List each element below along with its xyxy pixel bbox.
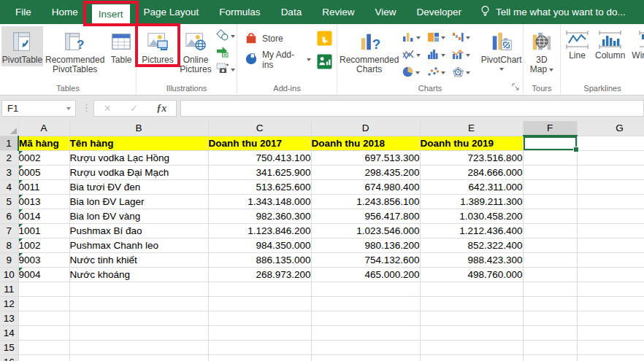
cell-G13[interactable] (577, 311, 644, 325)
cell-C8[interactable]: 984.350.000 (208, 238, 311, 252)
tab-page-layout[interactable]: Page Layout (137, 0, 206, 24)
cell-C3[interactable]: 341.625.900 (208, 165, 311, 179)
column-header-C[interactable]: C (208, 121, 311, 136)
cell-D1[interactable]: Doanh thu 2018 (311, 136, 420, 150)
cell-E5[interactable]: 1.389.211.300 (420, 194, 523, 209)
cell-D14[interactable] (311, 325, 420, 340)
pivottable-button[interactable]: PivotTable (1, 26, 43, 66)
row-header-15[interactable]: 15 (0, 340, 18, 354)
row-header-2[interactable]: 2 (0, 150, 18, 165)
cell-E7[interactable]: 1.212.436.400 (420, 223, 523, 238)
people-graph-addin-icon[interactable] (317, 54, 332, 72)
insert-function-button[interactable]: ƒx (156, 103, 166, 114)
cell-E11[interactable] (420, 282, 523, 296)
cell-B3[interactable]: Rượu vodka Đại Mạch (69, 165, 208, 179)
cell-F3[interactable] (523, 165, 577, 179)
my-addins-button[interactable]: My Add-ins (245, 52, 311, 68)
tab-insert[interactable]: Insert (92, 4, 130, 24)
cell-F2[interactable] (523, 150, 577, 165)
cell-C5[interactable]: 1.343.148.000 (208, 194, 311, 209)
cell-G11[interactable] (577, 282, 644, 296)
cell-F16[interactable] (523, 354, 577, 361)
smartart-button[interactable] (216, 47, 235, 60)
cell-A4[interactable]: 0011 (18, 179, 69, 194)
cell-A15[interactable] (18, 340, 69, 354)
pivotchart-button[interactable]: PivotChart (480, 26, 523, 72)
column-header-G[interactable]: G (577, 121, 644, 136)
cell-E14[interactable] (420, 325, 523, 340)
cell-G14[interactable] (577, 325, 644, 340)
cell-F10[interactable] (523, 267, 577, 282)
cell-F8[interactable] (523, 238, 577, 252)
cell-A6[interactable]: 0014 (18, 209, 69, 223)
cell-F6[interactable] (523, 209, 577, 223)
cell-F15[interactable] (523, 340, 577, 354)
cell-B10[interactable]: Nước khoáng (69, 267, 208, 282)
cell-B15[interactable] (69, 340, 208, 354)
cell-B12[interactable] (69, 296, 208, 311)
column-header-F[interactable]: F (523, 121, 577, 136)
formula-bar-grip[interactable]: ⋮ (82, 102, 91, 113)
tab-review[interactable]: Review (315, 0, 361, 24)
cell-B5[interactable]: Bia lon ĐV Lager (69, 194, 208, 209)
recommended-pivottables-button[interactable]: ? Recommended PivotTables (43, 26, 107, 76)
tab-data[interactable]: Data (275, 0, 309, 24)
insert-combo-chart-button[interactable] (451, 47, 475, 64)
cell-C7[interactable]: 1.123.846.200 (208, 223, 311, 238)
row-header-7[interactable]: 7 (0, 223, 18, 238)
cell-C4[interactable]: 513.625.600 (208, 179, 311, 194)
row-header-14[interactable]: 14 (0, 325, 18, 340)
row-header-9[interactable]: 9 (0, 252, 18, 267)
table-button[interactable]: Table (107, 26, 136, 66)
online-pictures-button[interactable]: Online Pictures (177, 26, 214, 76)
cell-E13[interactable] (420, 311, 523, 325)
cell-D15[interactable] (311, 340, 420, 354)
cell-F9[interactable] (523, 252, 577, 267)
cell-F1[interactable] (523, 136, 577, 150)
row-header-11[interactable]: 11 (0, 282, 18, 296)
tab-file[interactable]: File (9, 0, 38, 24)
cell-A2[interactable]: 0002 (18, 150, 69, 165)
cell-F7[interactable] (523, 223, 577, 238)
cell-E3[interactable]: 284.666.000 (420, 165, 523, 179)
cell-E9[interactable]: 988.423.300 (420, 252, 523, 267)
tab-developer[interactable]: Developer (410, 0, 468, 24)
cell-A12[interactable] (18, 296, 69, 311)
cell-G5[interactable] (577, 194, 644, 209)
row-header-6[interactable]: 6 (0, 209, 18, 223)
cell-D16[interactable] (311, 354, 420, 361)
tab-home[interactable]: Home (45, 0, 85, 24)
cell-B11[interactable] (69, 282, 208, 296)
cell-D10[interactable]: 465.000.200 (311, 267, 420, 282)
enter-button[interactable]: ✓ (130, 103, 138, 114)
cell-F14[interactable] (523, 325, 577, 340)
row-header-10[interactable]: 10 (0, 267, 18, 282)
cell-B14[interactable] (69, 325, 208, 340)
cell-B13[interactable] (69, 311, 208, 325)
cell-A3[interactable]: 0005 (18, 165, 69, 179)
row-header-4[interactable]: 4 (0, 179, 18, 194)
cell-C9[interactable]: 886.135.000 (208, 252, 311, 267)
screenshot-button[interactable] (216, 63, 235, 77)
insert-column-chart-button[interactable] (401, 29, 426, 47)
cell-B8[interactable]: Pushmax Chanh leo (69, 238, 208, 252)
cell-C12[interactable] (208, 296, 311, 311)
name-box-dropdown-arrow[interactable] (62, 107, 75, 110)
cancel-button[interactable]: ✕ (104, 103, 112, 114)
pictures-button[interactable]: Pictures (138, 26, 177, 66)
cell-A5[interactable]: 0013 (18, 194, 69, 209)
cell-A8[interactable]: 1002 (18, 238, 69, 252)
row-header-8[interactable]: 8 (0, 238, 18, 252)
charts-dialog-launcher[interactable] (511, 82, 520, 91)
cell-D9[interactable]: 754.132.600 (311, 252, 420, 267)
column-header-B[interactable]: B (69, 121, 208, 136)
cell-A13[interactable] (18, 311, 69, 325)
cell-G6[interactable] (577, 209, 644, 223)
row-header-5[interactable]: 5 (0, 194, 18, 209)
sparkline-line-button[interactable]: Line (566, 28, 589, 61)
cell-E8[interactable]: 852.322.400 (420, 238, 523, 252)
sparkline-column-button[interactable]: Column (595, 28, 625, 61)
select-all-corner[interactable] (0, 121, 18, 136)
3d-map-button[interactable]: 3D Map (525, 26, 559, 76)
cell-D6[interactable]: 956.417.800 (311, 209, 420, 223)
